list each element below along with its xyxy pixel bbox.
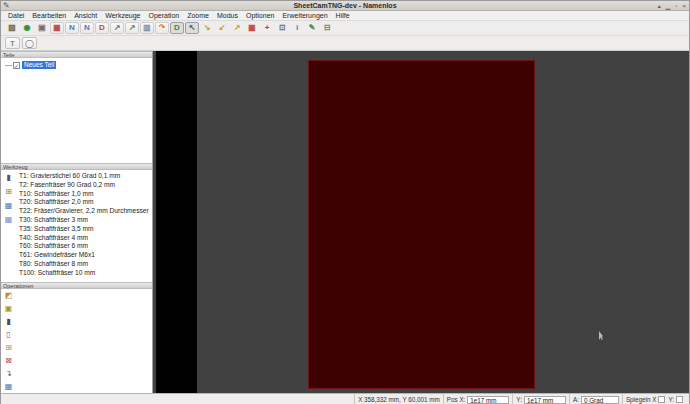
tool-list-item[interactable]: T1: Gravierstichel 60 Grad 0,1 mm (16, 172, 152, 181)
pos-y-cell: Y: 1e17 mm (513, 394, 570, 404)
move-cross-icon[interactable]: + (260, 22, 274, 34)
outside-machine-area (156, 51, 197, 393)
tool-list-item[interactable]: T22: Fräser/Gravierer, 2,2 mm Durchmesse… (16, 207, 152, 216)
ellipse-tool-button[interactable]: ◯ (22, 37, 37, 49)
menu-operation[interactable]: Operation (144, 11, 183, 21)
pos-x-input[interactable]: 1e17 mm (467, 396, 509, 404)
text-tool-button[interactable]: T (5, 37, 20, 49)
operation-table-icon[interactable]: ▦ (5, 383, 13, 391)
tool-table-icon[interactable]: ▦ (5, 201, 13, 210)
cursor-coordinates: X 358,332 mm, Y 60,001 mm (355, 394, 444, 404)
pos-x-label: Pos X: (447, 396, 466, 403)
snap-arrow-1-icon[interactable]: ↘ (200, 22, 214, 34)
curve-arrow-orange-icon[interactable]: ↷ (155, 22, 169, 34)
mirror-x-label: Spiegeln X (626, 396, 656, 403)
part-tree-item[interactable]: Neues Teil (5, 61, 152, 69)
print-icon[interactable]: ⊟ (320, 22, 334, 34)
menu-datei[interactable]: Datei (4, 11, 28, 21)
tool-list-item[interactable]: T60: Schaftfräser 6 mm (16, 242, 152, 251)
operations-panel: ◩▣▮▯⊞⊠↴▦ (1, 289, 152, 393)
snap-arrow-2-icon[interactable]: ↙ (215, 22, 229, 34)
menu-bearbeiten[interactable]: Bearbeiten (28, 11, 70, 21)
angle-input[interactable]: 0 Grad (581, 396, 619, 404)
path-node-icon[interactable]: N (65, 22, 79, 34)
tool-list-item[interactable]: T35: Schaftfräser 3,5 mm (16, 225, 152, 234)
info-icon[interactable]: i (290, 22, 304, 34)
angle-label: A: (573, 396, 579, 403)
letter-d-green-icon[interactable]: D (170, 22, 184, 34)
window-title: SheetCamTNG-dev - Namenlos (1, 1, 689, 11)
ruler-icon[interactable]: ▥ (140, 22, 154, 34)
menu-erweiterungen[interactable]: Erweiterungen (278, 11, 331, 21)
tool-list-item[interactable]: T30: Schaftfräser 3 mm (16, 216, 152, 225)
menu-modus[interactable]: Modus (213, 11, 242, 21)
drawing-canvas[interactable] (153, 51, 689, 393)
mirror-cell: Spiegeln X Y: (623, 394, 689, 404)
edit-pencil-icon[interactable]: ✎ (305, 22, 319, 34)
arrow-ne-green-icon[interactable]: ↗ (125, 22, 139, 34)
current-tool-bit-icon[interactable]: ▮ (6, 173, 10, 182)
main-area: Teile Neues Teil Werkzeug ▮⊞▦▦ T1: Gravi… (1, 51, 689, 393)
parts-panel-header: Teile (1, 51, 152, 58)
menubar: DateiBearbeitenAnsichtWerkzeugeOperation… (1, 11, 689, 21)
pos-y-input[interactable]: 1e17 mm (524, 396, 566, 404)
mirror-y-label: Y: (668, 396, 674, 403)
mirror-x-checkbox[interactable] (658, 396, 665, 403)
move-operation-icon[interactable]: ↴ (5, 370, 12, 378)
snap-arrow-3-icon[interactable]: ↗ (230, 22, 244, 34)
shape-toolbar: T◯ (1, 36, 689, 51)
arrow-ne-icon[interactable]: ↗ (110, 22, 124, 34)
tool-list-item[interactable]: T40: Schaftfräser 4 mm (16, 234, 152, 243)
tools-panel: ▮⊞▦▦ T1: Gravierstichel 60 Grad 0,1 mmT2… (1, 170, 152, 282)
open-job-icon[interactable]: ▨ (5, 22, 19, 34)
add-operation-icon[interactable]: ⊞ (5, 344, 12, 352)
mirror-y-checkbox[interactable] (676, 396, 683, 403)
angle-cell: A: 0 Grad (570, 394, 623, 404)
shade-button[interactable]: ▴ (658, 2, 661, 10)
letter-d-red-icon[interactable]: D (95, 22, 109, 34)
select-cursor-icon[interactable]: ↖ (185, 22, 199, 34)
operations-side-toolbar: ◩▣▮▯⊞⊠↴▦ (1, 289, 16, 393)
tool-small-icon[interactable]: ▯ (6, 331, 10, 339)
delete-operation-icon[interactable]: ⊠ (5, 357, 12, 365)
grid-red-icon[interactable]: ▦ (50, 22, 64, 34)
pos-y-label: Y: (516, 396, 522, 403)
maximize-button[interactable]: ▫ (675, 2, 677, 10)
menu-werkzeuge[interactable]: Werkzeuge (101, 11, 144, 21)
menu-hilfe[interactable]: Hilfe (332, 11, 354, 21)
sidebar: Teile Neues Teil Werkzeug ▮⊞▦▦ T1: Gravi… (1, 51, 153, 393)
minimize-button[interactable]: ▁ (666, 2, 671, 10)
operation-block-icon[interactable]: ▣ (5, 305, 13, 313)
part-visible-checkbox[interactable] (13, 62, 20, 69)
cursor-coordinates-text: X 358,332 mm, Y 60,001 mm (358, 396, 440, 403)
machine-window-icon[interactable]: ▣ (35, 22, 49, 34)
window-controls: ▴▁▫× (658, 1, 686, 11)
menu-zoome[interactable]: Zoome (183, 11, 213, 21)
menu-ansicht[interactable]: Ansicht (70, 11, 101, 21)
part-label: Neues Teil (22, 61, 56, 69)
tool-list-item[interactable]: T80: Schaftfräser 8 mm (16, 260, 152, 269)
window-small-icon[interactable]: ⊡ (275, 22, 289, 34)
tool-list-item[interactable]: T2: Fasenfräser 90 Grad 0,2 mm (16, 181, 152, 190)
import-drawing-icon[interactable]: ◉ (20, 22, 34, 34)
material-rectangle[interactable] (308, 60, 535, 389)
tool-list-item[interactable]: T61: Gewindefräser M6x1 (16, 251, 152, 260)
new-tool-icon[interactable]: ⊞ (5, 187, 12, 196)
main-toolbar: ▨ ◉ ▣ ▦ N N D (1, 21, 689, 36)
menu-optionen[interactable]: Optionen (242, 11, 278, 21)
tool-large-icon[interactable]: ▮ (6, 318, 10, 326)
tool-list-item[interactable]: T20: Schaftfräser 2,0 mm (16, 198, 152, 207)
tool-library-icon[interactable]: ▦ (5, 215, 13, 224)
operations-list-empty (16, 289, 152, 393)
tool-list: T1: Gravierstichel 60 Grad 0,1 mmT2: Fas… (16, 170, 152, 282)
table-red-icon[interactable]: ▦ (245, 22, 259, 34)
mouse-cursor (599, 331, 605, 340)
close-button[interactable]: × (682, 2, 686, 10)
operation-folder-icon[interactable]: ◩ (5, 292, 13, 300)
parts-tree: Neues Teil (1, 58, 152, 163)
pos-x-cell: Pos X: 1e17 mm (444, 394, 514, 404)
path-node-alt-icon[interactable]: N (80, 22, 94, 34)
tool-list-item[interactable]: T10: Schaftfräser 1,0 mm (16, 190, 152, 199)
tools-side-toolbar: ▮⊞▦▦ (1, 170, 16, 282)
tool-list-item[interactable]: T100: Schaftfräser 10 mm (16, 269, 152, 278)
